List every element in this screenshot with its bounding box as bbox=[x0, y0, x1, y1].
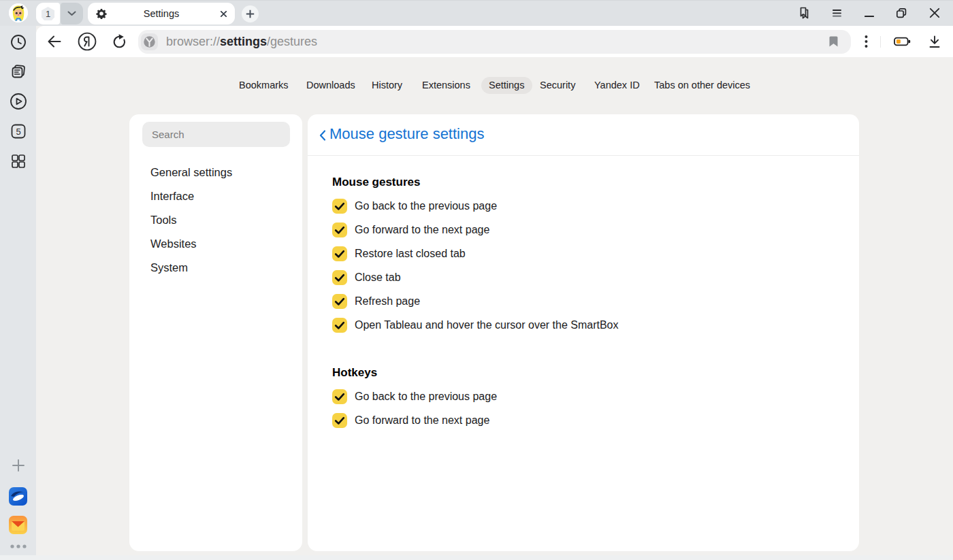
svg-text:5: 5 bbox=[16, 127, 20, 137]
